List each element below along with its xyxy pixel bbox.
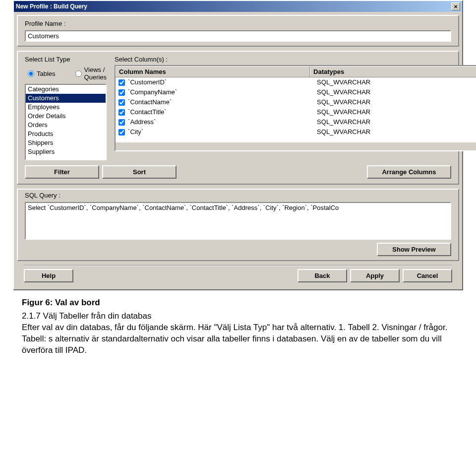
close-button[interactable]: ✕ xyxy=(451,2,460,10)
back-button[interactable]: Back xyxy=(298,269,347,282)
window-body: Profile Name : Select List Type Tables V… xyxy=(14,12,462,289)
sql-label: SQL Query : xyxy=(25,192,451,199)
profile-name-input[interactable] xyxy=(25,30,451,42)
list-item[interactable]: Shippers xyxy=(26,138,106,147)
columns-grid: Column Names Datatypes `CustomerID`SQL_W… xyxy=(115,65,476,151)
table-row: `City`SQL_WVARCHAR xyxy=(116,127,476,137)
filter-button[interactable]: Filter xyxy=(25,165,99,179)
grid-header-names[interactable]: Column Names xyxy=(116,66,310,77)
window-title: New Profile : Build Query xyxy=(16,3,87,10)
datatype-cell: SQL_WVARCHAR xyxy=(314,97,476,107)
column-name: `CustomerID` xyxy=(128,77,167,87)
column-checkbox[interactable] xyxy=(119,99,125,106)
select-columns-label: Select Column(s) : xyxy=(115,56,168,63)
list-item[interactable]: Customers xyxy=(26,94,106,103)
column-name: `ContactTitle` xyxy=(128,107,167,117)
close-icon: ✕ xyxy=(454,4,458,9)
list-item[interactable]: Categories xyxy=(26,85,106,94)
table-row: `ContactName`SQL_WVARCHAR xyxy=(116,97,476,107)
radio-views-input[interactable] xyxy=(75,70,82,77)
bottom-bar: Help Back Apply Cancel xyxy=(17,266,459,286)
list-item[interactable]: Order Details xyxy=(26,112,106,121)
column-name-cell: `CustomerID` xyxy=(116,77,314,87)
radio-tables-input[interactable] xyxy=(28,70,34,77)
grid-body[interactable]: `CustomerID`SQL_WVARCHAR`CompanyName`SQL… xyxy=(116,77,476,142)
figure-caption: Figur 6: Val av bord xyxy=(22,297,454,309)
column-checkbox[interactable] xyxy=(119,119,125,126)
grid-horizontal-scrollbar[interactable] xyxy=(116,142,476,150)
column-checkbox[interactable] xyxy=(119,79,125,86)
doc-paragraph: Efter val av din databas, får du följand… xyxy=(22,322,454,356)
grid-header: Column Names Datatypes xyxy=(116,66,476,77)
list-item[interactable]: Suppliers xyxy=(26,147,106,156)
datatype-cell: SQL_WVARCHAR xyxy=(314,117,476,127)
sql-content: Select `CustomerID`, `CompanyName`, `Con… xyxy=(26,203,451,212)
show-preview-button[interactable]: Show Preview xyxy=(377,243,451,256)
column-name-cell: `Address` xyxy=(116,117,314,127)
doc-heading: 2.1.7 Välj Tabeller från din databas xyxy=(22,311,454,322)
sort-button[interactable]: Sort xyxy=(102,165,177,179)
column-checkbox[interactable] xyxy=(119,109,125,116)
column-checkbox[interactable] xyxy=(119,89,125,96)
datatype-cell: SQL_WVARCHAR xyxy=(314,107,476,117)
column-name: `City` xyxy=(128,127,143,137)
radio-tables[interactable]: Tables xyxy=(28,66,56,81)
column-checkbox[interactable] xyxy=(119,129,125,135)
table-row: `CustomerID`SQL_WVARCHAR xyxy=(116,77,476,87)
profile-name-label: Profile Name : xyxy=(25,20,451,27)
table-row: `Address`SQL_WVARCHAR xyxy=(116,117,476,127)
column-name-cell: `City` xyxy=(116,127,314,137)
column-name-cell: `ContactName` xyxy=(116,97,314,107)
dialog-window: New Profile : Build Query ✕ Profile Name… xyxy=(13,0,463,290)
list-item[interactable]: Products xyxy=(26,130,106,138)
column-name: `Address` xyxy=(128,117,156,127)
profile-panel: Profile Name : xyxy=(17,15,459,47)
grid-header-types[interactable]: Datatypes xyxy=(310,66,476,77)
column-name-cell: `CompanyName` xyxy=(116,87,314,97)
selection-panel: Select List Type Tables Views / Queries … xyxy=(17,51,459,185)
column-name: `ContactName` xyxy=(128,97,172,107)
list-item[interactable]: Orders xyxy=(26,121,106,130)
radio-views[interactable]: Views / Queries xyxy=(75,66,107,81)
list-type-radios: Tables Views / Queries xyxy=(28,66,107,81)
document-text: Figur 6: Val av bord 2.1.7 Välj Tabeller… xyxy=(14,290,462,366)
tables-listbox[interactable]: CategoriesCustomersEmployeesOrder Detail… xyxy=(25,84,107,160)
datatype-cell: SQL_WVARCHAR xyxy=(314,77,476,87)
table-row: `ContactTitle`SQL_WVARCHAR xyxy=(116,107,476,117)
column-name: `CompanyName` xyxy=(128,87,177,97)
title-bar: New Profile : Build Query ✕ xyxy=(14,1,462,12)
radio-tables-label: Tables xyxy=(37,70,56,77)
list-type-label: Select List Type xyxy=(25,56,107,63)
table-row: `CompanyName`SQL_WVARCHAR xyxy=(116,87,476,97)
apply-button[interactable]: Apply xyxy=(350,269,400,282)
radio-views-label: Views / Queries xyxy=(84,66,107,81)
mid-button-row: Filter Sort Arrange Columns xyxy=(25,165,451,179)
sql-textarea[interactable]: Select `CustomerID`, `CompanyName`, `Con… xyxy=(25,202,451,240)
sql-panel: SQL Query : Select `CustomerID`, `Compan… xyxy=(17,189,459,261)
arrange-columns-button[interactable]: Arrange Columns xyxy=(367,165,451,179)
datatype-cell: SQL_WVARCHAR xyxy=(314,127,476,137)
datatype-cell: SQL_WVARCHAR xyxy=(314,87,476,97)
column-name-cell: `ContactTitle` xyxy=(116,107,314,117)
help-button[interactable]: Help xyxy=(24,269,73,282)
list-item[interactable]: Employees xyxy=(26,103,106,112)
cancel-button[interactable]: Cancel xyxy=(403,269,452,282)
